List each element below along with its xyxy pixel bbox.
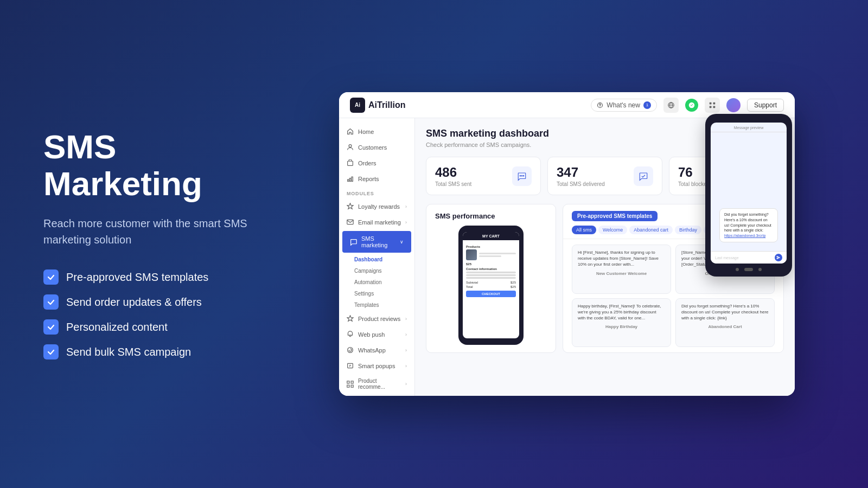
template-msg-3: Happy birthday, [First_Name]! To celebra…	[578, 303, 665, 322]
svg-rect-8	[348, 161, 353, 165]
green-status-icon	[685, 99, 698, 112]
sidebar-item-whatsapp[interactable]: WhatsApp ›	[339, 342, 414, 358]
svg-rect-16	[348, 363, 353, 368]
stat-value-delivered: 347	[557, 165, 605, 180]
sidebar-item-orders[interactable]: Orders	[339, 155, 414, 171]
page-title: SMS Marketing	[43, 129, 250, 202]
stat-label-delivered: Total SMS delivered	[557, 181, 605, 187]
mini-product-lines	[479, 253, 516, 257]
sidebar-item-email[interactable]: Email marketing ›	[339, 214, 414, 230]
feature-item-4: Send bulk SMS campaign	[43, 344, 250, 359]
whats-new-button[interactable]: What's new 1	[591, 99, 657, 112]
tab-birthday[interactable]: Birthday	[675, 226, 701, 234]
svg-point-15	[348, 348, 353, 353]
svg-point-22	[521, 175, 522, 176]
sidebar-item-reports[interactable]: Reports	[339, 171, 414, 187]
stat-card-sent: 486 Total SMS sent	[426, 157, 541, 195]
mini-total-row: Total $25	[466, 285, 516, 288]
mini-cart-header: MY CART	[463, 232, 519, 240]
sms-performance-card: SMS performance MY CART Products	[426, 204, 556, 353]
check-icon-3	[43, 319, 59, 335]
template-name-4: Abandoned Cart	[681, 324, 769, 329]
sidebar-item-sms[interactable]: SMS marketing ∨	[342, 231, 411, 253]
sidebar-item-home[interactable]: Home	[339, 124, 414, 139]
svg-point-23	[523, 175, 524, 176]
stat-label-sent: Total SMS sent	[435, 181, 471, 187]
feature-list: Pre-approved SMS templates Send order up…	[43, 269, 250, 359]
svg-rect-11	[352, 177, 353, 181]
svg-marker-12	[347, 203, 353, 209]
page-subtitle: Reach more customer with the smart SMS m…	[43, 215, 250, 248]
stat-value-sent: 486	[435, 165, 471, 180]
mini-phone-inner: MY CART Products	[463, 232, 519, 338]
svg-rect-9	[348, 179, 349, 181]
template-msg-1: Hi [First_Name], thanks for signing up t…	[578, 249, 665, 268]
perf-title: SMS performance	[435, 212, 547, 220]
feature-item-3: Personalized content	[43, 319, 250, 335]
sidebar-sub-automation[interactable]: Automation	[339, 277, 414, 288]
left-section: SMS Marketing Reach more customer with t…	[0, 96, 282, 392]
template-card-3: Happy birthday, [First_Name]! To celebra…	[572, 298, 671, 348]
preview-send-icon[interactable]	[775, 254, 782, 261]
feature-item-2: Send order updates & offers	[43, 294, 250, 310]
language-selector[interactable]	[663, 98, 679, 113]
sidebar-item-customers[interactable]: Customers	[339, 139, 414, 155]
mini-contact-label: Contact information	[466, 267, 516, 271]
mini-phone: MY CART Products	[458, 226, 524, 345]
mini-input-lines	[466, 272, 516, 279]
svg-rect-13	[347, 220, 353, 224]
avatar[interactable]	[726, 98, 741, 112]
sidebar: Home Customers Orders	[339, 118, 415, 396]
template-card-1: Hi [First_Name], thanks for signing up t…	[572, 245, 671, 294]
logo-icon: Ai	[350, 98, 365, 113]
template-name-3: Happy Birthday	[578, 324, 665, 329]
sms-sent-icon	[512, 166, 532, 186]
sidebar-sub-templates[interactable]: Templates	[339, 299, 414, 311]
mini-cart-body: Products $25 Con	[463, 240, 519, 338]
template-msg-4: Did you forget something? Here's a 10% d…	[681, 303, 769, 322]
preview-footer: Last message	[711, 251, 787, 264]
sidebar-item-product-rec[interactable]: Product recomme... ›	[339, 374, 414, 394]
header-right: What's new 1	[591, 98, 784, 113]
tab-welcome[interactable]: Welcome	[598, 226, 627, 234]
mini-checkout-btn[interactable]: CHECKOUT	[466, 291, 516, 297]
preview-messages: Did you forget something? Here's a 10% d…	[711, 132, 787, 251]
svg-point-21	[520, 175, 521, 176]
preview-phone-overlay: Message preview Did you forget something…	[705, 114, 792, 277]
mini-price: $25	[466, 262, 516, 266]
svg-rect-4	[713, 102, 715, 104]
sidebar-item-loyalty[interactable]: Loyalty rewards ›	[339, 198, 414, 214]
svg-rect-5	[710, 106, 712, 108]
tab-abandoned-cart[interactable]: Abandoned cart	[629, 226, 673, 234]
logo: Ai AiTrillion	[350, 98, 405, 113]
tab-all-sms[interactable]: All sms	[572, 226, 596, 234]
feature-item-1: Pre-approved SMS templates	[43, 269, 250, 285]
svg-marker-14	[347, 316, 353, 322]
check-icon-4	[43, 344, 59, 359]
sidebar-item-web-push[interactable]: Web push ›	[339, 326, 414, 342]
svg-point-7	[349, 145, 352, 147]
template-card-4: Did you forget something? Here's a 10% d…	[675, 298, 775, 348]
right-section: Ai AiTrillion What's new 1	[282, 76, 868, 412]
mini-subtotal-row: Subtotal $25	[466, 281, 516, 284]
svg-rect-17	[347, 381, 349, 383]
sidebar-sub-dashboard[interactable]: Dashboard	[339, 254, 414, 265]
sidebar-item-smart-popups[interactable]: Smart popups ›	[339, 358, 414, 374]
svg-rect-6	[713, 106, 715, 108]
template-name-1: New Customer Welcome	[578, 271, 665, 276]
sidebar-sub-campaigns[interactable]: Campaigns	[339, 265, 414, 277]
svg-rect-10	[349, 178, 350, 182]
support-button[interactable]: Support	[747, 99, 784, 112]
preview-bubble: Did you forget something? Here's a 10% d…	[719, 208, 778, 242]
modules-label: MODULES	[339, 187, 414, 198]
preview-phone-inner: Message preview Did you forget something…	[711, 123, 787, 264]
sms-delivered-icon	[634, 166, 653, 186]
check-icon-2	[43, 294, 59, 310]
grid-icon[interactable]	[705, 98, 720, 113]
svg-rect-18	[351, 381, 353, 383]
sidebar-sub-settings[interactable]: Settings	[339, 288, 414, 299]
svg-rect-20	[351, 385, 353, 387]
sidebar-item-product-reviews[interactable]: Product reviews ›	[339, 311, 414, 326]
preview-header: Message preview	[711, 123, 787, 132]
templates-title-badge: Pre-approved SMS templates	[572, 211, 658, 221]
